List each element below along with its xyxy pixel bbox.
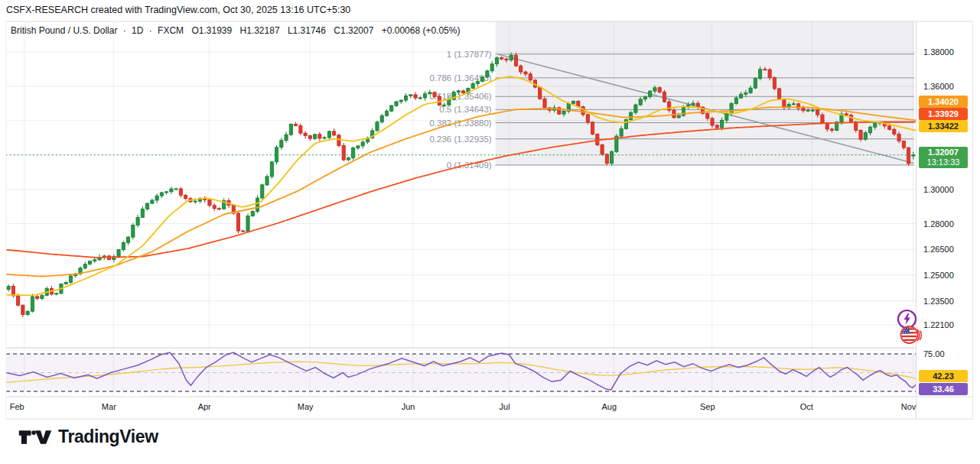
value-badge: 33.46 bbox=[919, 383, 968, 395]
value-badge: 1.33929 bbox=[919, 108, 968, 120]
value-badge: 1.34020 bbox=[919, 96, 968, 108]
fib-level-label: 0.5 (1.34643) bbox=[439, 105, 492, 114]
price-tick-label: 1.22100 bbox=[923, 320, 954, 330]
fib-region bbox=[496, 21, 914, 165]
value-badge: 1.33422 bbox=[919, 120, 968, 132]
month-label-jun: Jun bbox=[402, 402, 415, 411]
rsi-tick-label: 75.00 bbox=[923, 349, 945, 359]
price-tick-label: 1.38000 bbox=[923, 47, 954, 57]
month-label-sep: Sep bbox=[700, 402, 715, 411]
price-tick-label: 1.30000 bbox=[923, 184, 954, 195]
time-scale[interactable]: FebMarAprMayJunJulAugSepOctNov bbox=[6, 397, 917, 419]
symbol-title[interactable]: British Pound / U.S. Dollar bbox=[11, 25, 117, 36]
tradingview-chart-window: CSFX-RESEARCH created with TradingView.c… bbox=[0, 0, 980, 464]
month-label-mar: Mar bbox=[102, 402, 116, 411]
symbol-legend[interactable]: British Pound / U.S. Dollar · 1D · FXCM … bbox=[11, 25, 465, 36]
price-scale[interactable]: 1.380001.360001.300001.280001.265001.250… bbox=[917, 21, 973, 419]
price-tick-label: 1.28000 bbox=[923, 219, 954, 229]
ohlc-open: O1.31939 bbox=[191, 25, 232, 36]
price-tick-label: 1.25000 bbox=[923, 270, 954, 281]
month-label-nov: Nov bbox=[901, 402, 917, 411]
chart-canvas[interactable]: 1 (1.37877)0.786 (1.36493)0.618 (1.35406… bbox=[0, 0, 980, 464]
fib-level-label: 0.382 (1.33880) bbox=[429, 118, 491, 128]
price-tick-label: 1.23500 bbox=[923, 296, 954, 307]
exchange-label: FXCM bbox=[158, 25, 184, 36]
price-tick-label: 1.36000 bbox=[923, 81, 954, 92]
legend-separator2: · bbox=[149, 25, 152, 36]
month-label-feb: Feb bbox=[10, 402, 24, 411]
fib-level-label: 1 (1.37877) bbox=[447, 50, 492, 59]
current-price-badge: 1.3200713:13:33 bbox=[919, 147, 968, 168]
us-flag-event-icon[interactable] bbox=[898, 323, 926, 349]
fib-level-label: 0.236 (1.32935) bbox=[429, 135, 491, 144]
month-label-oct: Oct bbox=[800, 402, 813, 411]
month-label-jul: Jul bbox=[500, 402, 510, 411]
tradingview-logo-icon bbox=[18, 427, 52, 447]
ohlc-low: L1.31746 bbox=[288, 25, 326, 36]
month-label-aug: Aug bbox=[602, 402, 617, 411]
price-badge-time: 13:13:33 bbox=[919, 157, 968, 167]
price-tick-label: 1.26500 bbox=[923, 244, 954, 255]
tradingview-logo-text: TradingView bbox=[58, 427, 158, 447]
value-badge: 42.23 bbox=[919, 370, 968, 382]
ohlc-high: H1.32187 bbox=[240, 25, 280, 36]
ohlc-change: +0.00068 (+0.05%) bbox=[382, 25, 461, 36]
ohlc-close: C1.32007 bbox=[334, 25, 373, 36]
tradingview-logo[interactable]: TradingView bbox=[18, 427, 158, 447]
month-label-may: May bbox=[298, 402, 314, 411]
month-label-apr: Apr bbox=[198, 402, 211, 411]
interval-label[interactable]: 1D bbox=[132, 25, 143, 36]
legend-separator: · bbox=[123, 25, 126, 36]
